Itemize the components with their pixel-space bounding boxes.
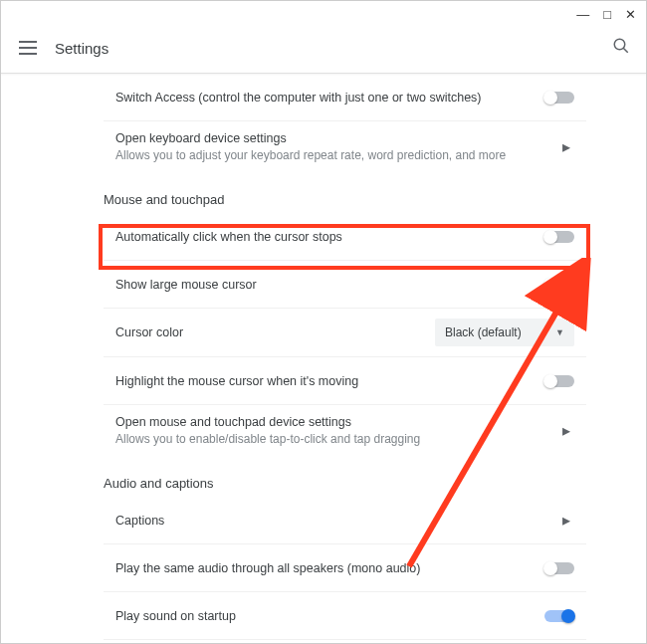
captions-row[interactable]: Captions ▸ <box>104 497 586 544</box>
caret-down-icon: ▼ <box>555 327 564 337</box>
chevron-right-icon: ▸ <box>558 137 574 156</box>
autoclick-label: Automatically click when the cursor stop… <box>115 230 544 244</box>
keyboard-settings-label: Open keyboard device settings <box>115 131 558 145</box>
close-icon[interactable]: ✕ <box>625 7 636 22</box>
cursor-color-label: Cursor color <box>115 325 435 339</box>
minimize-icon[interactable]: — <box>576 7 589 22</box>
mono-audio-label: Play the same audio through all speakers… <box>115 561 544 575</box>
large-cursor-label: Show large mouse cursor <box>115 278 544 292</box>
highlight-cursor-toggle[interactable] <box>544 375 574 387</box>
captions-label: Captions <box>115 514 558 528</box>
startup-sound-row[interactable]: Play sound on startup <box>104 592 586 640</box>
startup-sound-label: Play sound on startup <box>115 609 544 623</box>
autoclick-row[interactable]: Automatically click when the cursor stop… <box>104 213 586 261</box>
mouse-settings-row[interactable]: Open mouse and touchpad device settings … <box>104 405 586 456</box>
svg-point-0 <box>614 39 625 50</box>
window-controls: — □ ✕ <box>576 7 636 22</box>
cursor-color-row[interactable]: Cursor color Black (default) ▼ <box>104 309 586 357</box>
chevron-right-icon: ▸ <box>558 511 574 530</box>
large-cursor-row[interactable]: Show large mouse cursor <box>104 261 586 309</box>
maximize-icon[interactable]: □ <box>603 7 611 22</box>
switch-access-label: Switch Access (control the computer with… <box>115 91 544 105</box>
mouse-section-title: Mouse and touchpad <box>86 172 586 213</box>
cursor-color-value: Black (default) <box>445 325 522 339</box>
switch-access-row[interactable]: Switch Access (control the computer with… <box>104 74 586 121</box>
autoclick-toggle[interactable] <box>544 231 574 243</box>
mouse-settings-label: Open mouse and touchpad device settings <box>115 415 558 429</box>
page-title: Settings <box>55 40 612 57</box>
settings-content: Switch Access (control the computer with… <box>1 74 646 640</box>
large-cursor-toggle[interactable] <box>544 279 574 291</box>
chevron-right-icon: ▸ <box>558 421 574 440</box>
hamburger-menu-icon[interactable] <box>19 41 37 55</box>
mono-audio-row[interactable]: Play the same audio through all speakers… <box>104 544 586 592</box>
highlight-cursor-label: Highlight the mouse cursor when it's mov… <box>115 374 544 388</box>
startup-sound-toggle[interactable] <box>544 610 574 622</box>
svg-line-1 <box>623 48 628 53</box>
cursor-color-dropdown[interactable]: Black (default) ▼ <box>435 319 574 346</box>
switch-access-toggle[interactable] <box>544 92 574 104</box>
audio-section-title: Audio and captions <box>86 456 586 497</box>
mono-audio-toggle[interactable] <box>544 562 574 574</box>
keyboard-settings-sublabel: Allows you to adjust your keyboard repea… <box>115 148 558 162</box>
search-icon[interactable] <box>612 37 630 59</box>
keyboard-settings-row[interactable]: Open keyboard device settings Allows you… <box>104 121 586 172</box>
app-header: Settings <box>1 23 646 74</box>
mouse-settings-sublabel: Allows you to enable/disable tap-to-clic… <box>115 432 558 446</box>
highlight-cursor-row[interactable]: Highlight the mouse cursor when it's mov… <box>104 357 586 405</box>
